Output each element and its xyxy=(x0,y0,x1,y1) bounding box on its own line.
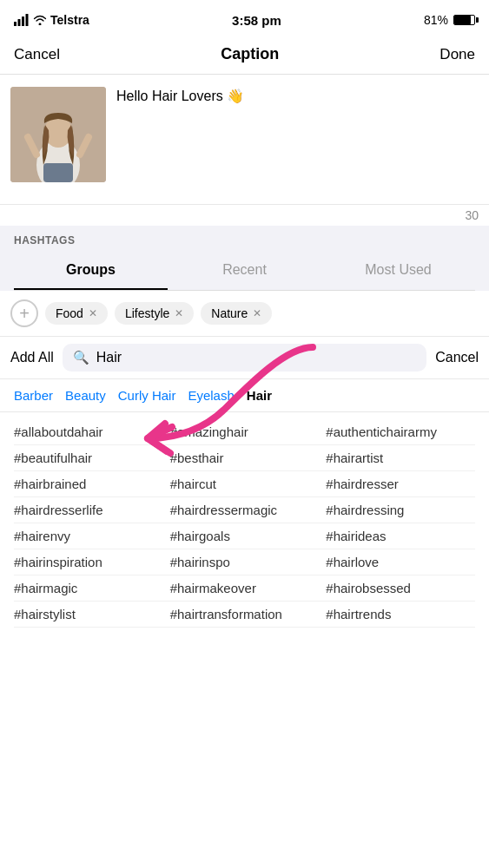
svg-rect-0 xyxy=(14,22,17,26)
search-row: Add All 🔍 Cancel xyxy=(0,337,489,379)
svg-rect-2 xyxy=(22,16,24,26)
carrier-signal: Telstra xyxy=(14,13,89,27)
group-label-barber[interactable]: Barber xyxy=(14,388,53,403)
svg-rect-7 xyxy=(43,163,73,182)
caption-text[interactable]: Hello Hair Lovers 👋 xyxy=(106,87,479,192)
chip-food-label: Food xyxy=(56,306,83,320)
status-bar: Telstra 3:58 pm 81% xyxy=(0,0,489,38)
svg-rect-3 xyxy=(26,14,29,26)
hashtag-row: #hairmagic #hairmakeover #hairobsessed xyxy=(14,575,475,602)
chip-food-remove[interactable]: ✕ xyxy=(89,307,97,319)
search-icon: 🔍 xyxy=(73,350,89,365)
hashtag-row: #hairdresserlife #hairdressermagic #hair… xyxy=(14,497,475,523)
hashtag-hairmakeover[interactable]: #hairmakeover xyxy=(170,581,320,595)
hashtag-hairbrained[interactable]: #hairbrained xyxy=(14,477,163,491)
group-label-curly-hair[interactable]: Curly Hair xyxy=(118,388,176,403)
hashtag-hairtrends[interactable]: #hairtrends xyxy=(326,607,475,621)
search-input[interactable] xyxy=(96,350,416,365)
search-wrapper: 🔍 xyxy=(63,344,426,372)
tab-recent[interactable]: Recent xyxy=(168,253,321,290)
group-label-beauty[interactable]: Beauty xyxy=(65,388,106,403)
wifi-icon xyxy=(33,15,47,25)
chip-lifestyle[interactable]: Lifestyle ✕ xyxy=(115,302,194,325)
hashtag-hairdresserlife[interactable]: #hairdresserlife xyxy=(14,503,163,517)
hashtag-hairideas[interactable]: #hairideas xyxy=(326,529,475,543)
hashtag-hairobsessed[interactable]: #hairobsessed xyxy=(326,581,475,595)
hashtags-section: HASHTAGS Groups Recent Most Used xyxy=(0,226,489,291)
hashtag-hairinspo[interactable]: #hairinspo xyxy=(170,555,320,569)
hashtag-besthair[interactable]: #besthair xyxy=(170,450,320,465)
hashtag-hairlove[interactable]: #hairlove xyxy=(326,555,475,569)
battery-percent: 81% xyxy=(424,13,448,27)
hashtag-hairdressing[interactable]: #hairdressing xyxy=(326,503,475,517)
hashtag-hairartist[interactable]: #hairartist xyxy=(326,450,475,465)
hashtag-hairinspiration[interactable]: #hairinspiration xyxy=(14,555,163,569)
hashtag-haircut[interactable]: #haircut xyxy=(170,477,320,491)
hashtag-hairdressermagic[interactable]: #hairdressermagic xyxy=(170,503,320,517)
caption-image xyxy=(10,87,106,182)
group-label-eyelash[interactable]: Eyelash xyxy=(188,388,234,403)
hashtag-hairenvy[interactable]: #hairenvy xyxy=(14,529,163,543)
hashtag-hairdresser[interactable]: #hairdresser xyxy=(326,477,475,491)
hashtag-hairgoals[interactable]: #hairgoals xyxy=(170,529,320,543)
tab-groups[interactable]: Groups xyxy=(14,253,168,290)
chip-nature-label: Nature xyxy=(211,306,248,320)
tabs-row: Groups Recent Most Used xyxy=(14,253,475,291)
chip-lifestyle-label: Lifestyle xyxy=(125,306,169,320)
add-group-button[interactable]: + xyxy=(10,299,38,327)
chip-nature[interactable]: Nature ✕ xyxy=(201,302,272,325)
hashtag-allaboutdahair[interactable]: #allaboutdahair xyxy=(14,424,163,439)
battery-area: 81% xyxy=(424,13,475,27)
hashtag-row: #beautifulhair #besthair #hairartist xyxy=(14,445,475,471)
page-title: Caption xyxy=(221,45,279,63)
chips-row: + Food ✕ Lifestyle ✕ Nature ✕ xyxy=(0,291,489,337)
hashtag-row: #hairstylist #hairtransformation #hairtr… xyxy=(14,602,475,628)
hashtag-beautifulhair[interactable]: #beautifulhair xyxy=(14,450,163,465)
hashtag-hairstylist[interactable]: #hairstylist xyxy=(14,607,163,621)
tab-most-used[interactable]: Most Used xyxy=(321,253,475,290)
hashtag-row: #hairinspiration #hairinspo #hairlove xyxy=(14,549,475,575)
hashtag-row: #allaboutdahair #amazinghair #authentich… xyxy=(14,419,475,445)
header: Cancel Caption Done xyxy=(0,38,489,75)
hashtags-label: HASHTAGS xyxy=(14,234,475,247)
cancel-button[interactable]: Cancel xyxy=(14,46,60,63)
chip-food[interactable]: Food ✕ xyxy=(45,302,108,325)
battery-icon xyxy=(453,15,475,25)
signal-icon xyxy=(14,14,30,26)
hashtag-authentichairarmy[interactable]: #authentichairarmy xyxy=(326,424,475,439)
hashtag-row: #hairbrained #haircut #hairdresser xyxy=(14,471,475,497)
carrier-name: Telstra xyxy=(50,13,89,27)
hashtag-hairmagic[interactable]: #hairmagic xyxy=(14,581,163,595)
done-button[interactable]: Done xyxy=(439,46,475,63)
photo-thumbnail xyxy=(10,87,106,182)
char-count: 30 xyxy=(0,205,489,226)
add-all-button[interactable]: Add All xyxy=(10,350,54,365)
hashtag-grid: #allaboutdahair #amazinghair #authentich… xyxy=(0,412,489,635)
hashtag-hairtransformation[interactable]: #hairtransformation xyxy=(170,607,320,621)
group-label-hair[interactable]: Hair xyxy=(247,388,272,403)
search-cancel-button[interactable]: Cancel xyxy=(435,350,479,365)
hashtag-row: #hairenvy #hairgoals #hairideas xyxy=(14,523,475,549)
status-time: 3:58 pm xyxy=(232,13,281,28)
chip-nature-remove[interactable]: ✕ xyxy=(253,307,261,319)
hashtag-amazinghair[interactable]: #amazinghair xyxy=(170,424,320,439)
caption-area: Hello Hair Lovers 👋 xyxy=(0,75,489,205)
svg-rect-1 xyxy=(18,19,21,26)
chip-lifestyle-remove[interactable]: ✕ xyxy=(175,307,183,319)
group-labels-row: Barber Beauty Curly Hair Eyelash Hair xyxy=(0,379,489,412)
